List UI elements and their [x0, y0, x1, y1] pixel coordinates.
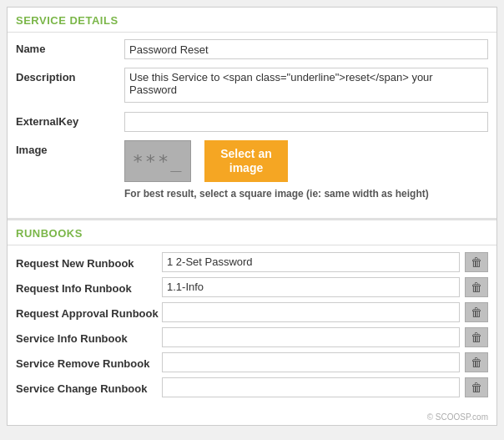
- runbook-delete-1[interactable]: 🗑: [465, 277, 488, 297]
- service-details-header: SERVICE DETAILS: [8, 8, 496, 33]
- runbooks-section: Request New Runbook 🗑 Request Info Runbo…: [8, 245, 496, 411]
- runbook-input-0[interactable]: [162, 252, 460, 272]
- service-details-title: SERVICE DETAILS: [16, 14, 118, 27]
- trash-icon-3: 🗑: [471, 331, 482, 344]
- image-hint: For best result, select a square image (…: [124, 187, 488, 201]
- name-row: Name: [16, 39, 488, 61]
- runbook-input-5[interactable]: [162, 377, 460, 397]
- runbook-row-2: Request Approval Runbook 🗑: [16, 302, 488, 322]
- runbook-label-2: Request Approval Runbook: [16, 305, 162, 320]
- page-container: SERVICE DETAILS Name Description Use thi…: [7, 7, 497, 426]
- runbook-input-4[interactable]: [162, 352, 460, 372]
- name-label: Name: [16, 39, 124, 55]
- runbook-delete-4[interactable]: 🗑: [465, 352, 488, 372]
- runbook-input-3[interactable]: [162, 327, 460, 347]
- runbook-label-3: Service Info Runbook: [16, 330, 162, 345]
- image-preview: ***_: [124, 140, 191, 182]
- external-key-input[interactable]: [124, 112, 488, 132]
- runbook-row-4: Service Remove Runbook 🗑: [16, 352, 488, 372]
- trash-icon-2: 🗑: [471, 306, 482, 319]
- trash-icon-5: 🗑: [471, 381, 482, 394]
- runbook-label-0: Request New Runbook: [16, 255, 162, 270]
- runbook-row-1: Request Info Runbook 🗑: [16, 277, 488, 297]
- external-key-label: ExternalKey: [16, 112, 124, 128]
- runbook-input-2[interactable]: [162, 302, 460, 322]
- external-key-field-area: [124, 112, 488, 132]
- watermark: © SCOOSP.com: [8, 411, 496, 425]
- trash-icon-1: 🗑: [471, 281, 482, 294]
- runbook-label-4: Service Remove Runbook: [16, 355, 162, 370]
- runbook-delete-0[interactable]: 🗑: [465, 252, 488, 272]
- image-placeholder-text: ***_: [133, 151, 184, 172]
- runbook-row-3: Service Info Runbook 🗑: [16, 327, 488, 347]
- runbook-delete-2[interactable]: 🗑: [465, 302, 488, 322]
- external-key-row: ExternalKey: [16, 112, 488, 134]
- runbook-input-1[interactable]: [162, 277, 460, 297]
- image-controls: ***_ Select an image: [124, 140, 488, 182]
- name-input[interactable]: [124, 39, 488, 59]
- select-image-button[interactable]: Select an image: [204, 140, 288, 182]
- image-row: Image ***_ Select an image For best resu…: [16, 140, 488, 201]
- description-row: Description Use this Service to <span cl…: [16, 68, 488, 105]
- image-label: Image: [16, 140, 124, 156]
- runbooks-header: RUNBOOKS: [8, 220, 496, 245]
- trash-icon-0: 🗑: [471, 255, 482, 269]
- service-details-form: Name Description Use this Service to <sp…: [8, 33, 496, 215]
- runbook-delete-3[interactable]: 🗑: [465, 327, 488, 347]
- runbooks-title: RUNBOOKS: [16, 227, 83, 240]
- runbook-row-5: Service Change Runbook 🗑: [16, 377, 488, 397]
- description-label: Description: [16, 68, 124, 83]
- description-input[interactable]: Use this Service to <span class="underli…: [124, 68, 488, 103]
- trash-icon-4: 🗑: [471, 356, 482, 369]
- description-field-area: Use this Service to <span class="underli…: [124, 68, 488, 105]
- name-field-area: [124, 39, 488, 59]
- image-field-area: ***_ Select an image For best result, se…: [124, 140, 488, 201]
- runbook-delete-5[interactable]: 🗑: [465, 377, 488, 397]
- runbook-label-1: Request Info Runbook: [16, 280, 162, 295]
- runbook-label-5: Service Change Runbook: [16, 380, 162, 395]
- runbook-row-0: Request New Runbook 🗑: [16, 252, 488, 272]
